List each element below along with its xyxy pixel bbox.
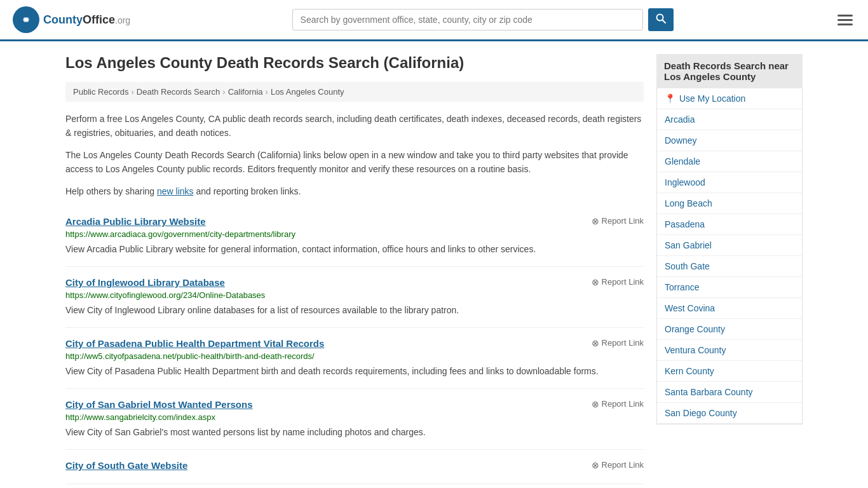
logo-area: CountyOffice.org — [13, 6, 130, 33]
breadcrumb-california[interactable]: California — [228, 87, 263, 97]
svg-line-3 — [662, 20, 665, 24]
result-entry: City of South Gate Website ⊗ Report Link — [65, 450, 644, 484]
result-title-4[interactable]: City of South Gate Website — [65, 460, 187, 471]
logo-icon — [13, 6, 39, 33]
description-2: The Los Angeles County Death Records Sea… — [65, 148, 644, 177]
result-title-3[interactable]: City of San Gabriel Most Wanted Persons — [65, 399, 253, 410]
report-icon-0: ⊗ — [592, 216, 599, 226]
sidebar-item-9[interactable]: West Covina — [657, 298, 802, 319]
result-url-1[interactable]: https://www.cityofinglewood.org/234/Onli… — [65, 290, 644, 300]
sidebar-item-6[interactable]: San Gabriel — [657, 235, 802, 256]
breadcrumb-la-county[interactable]: Los Angeles County — [271, 87, 344, 97]
sidebar-header: Death Records Search near Los Angeles Co… — [656, 54, 803, 88]
desc3-post: and reporting broken links. — [194, 186, 301, 196]
sidebar-link-4[interactable]: Long Beach — [665, 198, 712, 208]
sidebar-item-12[interactable]: Kern County — [657, 361, 802, 382]
report-link-3[interactable]: ⊗ Report Link — [592, 399, 644, 409]
result-title-2[interactable]: City of Pasadena Public Health Departmen… — [65, 338, 324, 349]
sidebar-item-8[interactable]: Torrance — [657, 277, 802, 298]
sidebar-link-13[interactable]: Santa Barbara County — [665, 387, 753, 397]
report-icon-4: ⊗ — [592, 460, 599, 470]
logo-tld: .org — [115, 15, 130, 25]
report-icon-1: ⊗ — [592, 277, 599, 287]
sidebar-item-14[interactable]: San Diego County — [657, 403, 802, 424]
sidebar-link-0[interactable]: Arcadia — [665, 114, 695, 125]
sidebar-item-7[interactable]: South Gate — [657, 256, 802, 277]
page-title: Los Angeles County Death Records Search … — [65, 54, 644, 72]
result-header: City of South Gate Website ⊗ Report Link — [65, 460, 644, 471]
location-pin-icon: 📍 — [665, 93, 675, 104]
logo-office: Office — [83, 13, 115, 26]
sidebar-link-11[interactable]: Ventura County — [665, 345, 726, 355]
sidebar-link-12[interactable]: Kern County — [665, 366, 714, 376]
sidebar-link-9[interactable]: West Covina — [665, 303, 715, 313]
breadcrumb: Public Records › Death Records Search › … — [65, 82, 644, 102]
result-desc-0: View Arcadia Public Library website for … — [65, 243, 644, 256]
results-list: Arcadia Public Library Website ⊗ Report … — [65, 206, 644, 484]
breadcrumb-sep-3: › — [266, 87, 268, 97]
report-icon-2: ⊗ — [592, 338, 599, 348]
result-desc-3: View City of San Gabriel's most wanted p… — [65, 426, 644, 439]
result-desc-2: View City of Pasadena Public Health Depa… — [65, 365, 644, 378]
menu-button[interactable] — [835, 12, 855, 28]
sidebar: Death Records Search near Los Angeles Co… — [656, 54, 803, 484]
sidebar-link-8[interactable]: Torrance — [665, 282, 699, 292]
sidebar-link-6[interactable]: San Gabriel — [665, 240, 712, 250]
result-header: Arcadia Public Library Website ⊗ Report … — [65, 216, 644, 227]
result-header: City of Inglewood Library Database ⊗ Rep… — [65, 277, 644, 288]
result-url-3[interactable]: http://www.sangabrielcity.com/index.aspx — [65, 412, 644, 422]
result-entry: Arcadia Public Library Website ⊗ Report … — [65, 206, 644, 267]
header: CountyOffice.org — [0, 0, 868, 41]
logo-county: County — [43, 13, 83, 26]
menu-bar-1 — [837, 15, 853, 17]
description-3: Help others by sharing new links and rep… — [65, 184, 644, 198]
sidebar-use-location[interactable]: 📍 Use My Location — [657, 88, 802, 109]
report-link-4[interactable]: ⊗ Report Link — [592, 460, 644, 470]
result-url-0[interactable]: https://www.arcadiaca.gov/government/cit… — [65, 229, 644, 239]
sidebar-link-3[interactable]: Inglewood — [665, 177, 705, 187]
menu-bar-2 — [837, 19, 853, 21]
sidebar-item-1[interactable]: Downey — [657, 130, 802, 151]
menu-bar-3 — [837, 24, 853, 25]
sidebar-link-5[interactable]: Pasadena — [665, 219, 705, 229]
sidebar-item-13[interactable]: Santa Barbara County — [657, 382, 802, 403]
result-title-1[interactable]: City of Inglewood Library Database — [65, 277, 225, 288]
new-links-link[interactable]: new links — [157, 186, 194, 196]
sidebar-link-7[interactable]: South Gate — [665, 261, 710, 271]
report-link-1[interactable]: ⊗ Report Link — [592, 277, 644, 287]
breadcrumb-sep-2: › — [222, 87, 225, 97]
search-input[interactable] — [292, 9, 643, 30]
report-link-0[interactable]: ⊗ Report Link — [592, 216, 644, 226]
breadcrumb-sep-1: › — [131, 87, 133, 97]
breadcrumb-death-records[interactable]: Death Records Search — [137, 87, 220, 97]
breadcrumb-public-records[interactable]: Public Records — [73, 87, 128, 97]
result-entry: City of San Gabriel Most Wanted Persons … — [65, 389, 644, 450]
result-url-2[interactable]: http://ww5.cityofpasadena.net/public-hea… — [65, 351, 644, 361]
sidebar-link-1[interactable]: Downey — [665, 135, 697, 146]
report-link-2[interactable]: ⊗ Report Link — [592, 338, 644, 348]
sidebar-link-2[interactable]: Glendale — [665, 156, 700, 166]
search-button[interactable] — [648, 8, 674, 31]
sidebar-item-11[interactable]: Ventura County — [657, 340, 802, 361]
report-icon-3: ⊗ — [592, 399, 599, 409]
desc3-pre: Help others by sharing — [65, 186, 157, 196]
use-my-location-link[interactable]: Use My Location — [679, 93, 745, 104]
sidebar-link-14[interactable]: San Diego County — [665, 408, 737, 418]
sidebar-item-0[interactable]: Arcadia — [657, 109, 802, 130]
sidebar-item-3[interactable]: Inglewood — [657, 172, 802, 193]
sidebar-items: ArcadiaDowneyGlendaleInglewoodLong Beach… — [657, 109, 802, 424]
result-title-0[interactable]: Arcadia Public Library Website — [65, 216, 206, 227]
sidebar-link-10[interactable]: Orange County — [665, 324, 725, 334]
logo-text: CountyOffice.org — [43, 13, 130, 27]
sidebar-item-4[interactable]: Long Beach — [657, 193, 802, 214]
main-layout: Los Angeles County Death Records Search … — [53, 41, 815, 488]
sidebar-content: 📍 Use My Location ArcadiaDowneyGlendaleI… — [656, 88, 803, 424]
content-area: Los Angeles County Death Records Search … — [65, 54, 644, 484]
result-entry: City of Pasadena Public Health Departmen… — [65, 328, 644, 389]
sidebar-item-10[interactable]: Orange County — [657, 319, 802, 340]
sidebar-item-2[interactable]: Glendale — [657, 151, 802, 172]
sidebar-item-5[interactable]: Pasadena — [657, 214, 802, 235]
description-1: Perform a free Los Angeles County, CA pu… — [65, 112, 644, 140]
result-desc-1: View City of Inglewood Library online da… — [65, 304, 644, 317]
result-header: City of San Gabriel Most Wanted Persons … — [65, 399, 644, 410]
